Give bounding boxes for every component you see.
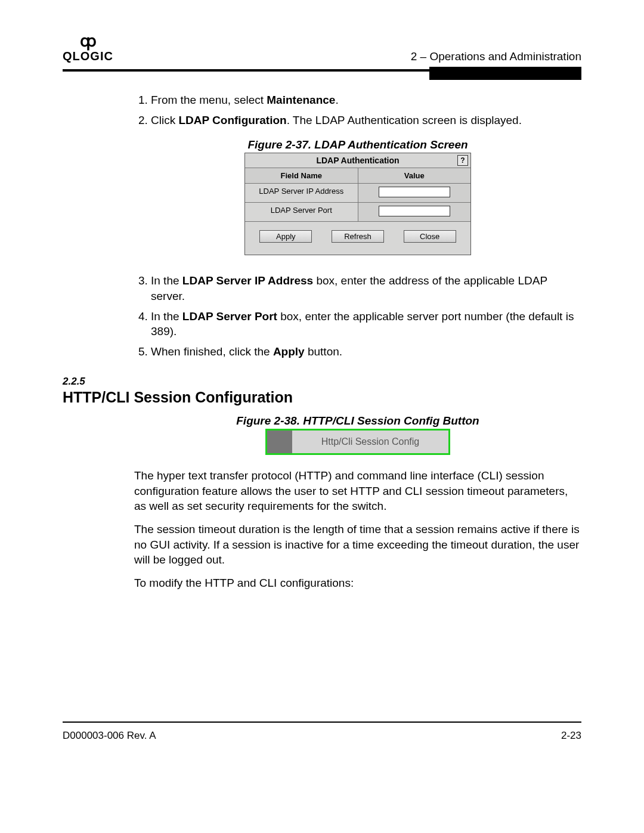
list-item: When finished, click the Apply button. — [151, 344, 581, 360]
paragraph: The session timeout duration is the leng… — [134, 522, 581, 567]
ldap-ip-input[interactable] — [379, 187, 450, 197]
footer-page-number: 2-23 — [561, 730, 581, 742]
ldap-port-input[interactable] — [379, 206, 450, 216]
chapter-marker: 2 – Operations and Administration — [411, 50, 581, 63]
section-number: 2.2.5 — [63, 376, 581, 388]
list-item: In the LDAP Server IP Address box, enter… — [151, 273, 581, 304]
list-item: Click LDAP Configuration. The LDAP Authe… — [151, 113, 581, 128]
footer-doc-id: D000003-006 Rev. A — [63, 730, 156, 742]
apply-button[interactable]: Apply — [259, 230, 312, 243]
section-title: HTTP/CLI Session Configuration — [63, 389, 581, 406]
instruction-list-b: In the LDAP Server IP Address box, enter… — [134, 273, 581, 359]
paragraph: The hyper text transfer protocol (HTTP) … — [134, 468, 581, 513]
button-icon — [267, 431, 292, 453]
logo-text: QLOGIC — [63, 49, 113, 63]
paragraph: To modify the HTTP and CLI configuration… — [134, 575, 581, 590]
button-label: Http/Cli Session Config — [292, 431, 448, 453]
field-label: LDAP Server IP Address — [245, 184, 358, 202]
list-item: From the menu, select Maintenance. — [151, 92, 581, 108]
instruction-list-a: From the menu, select Maintenance. Click… — [134, 92, 581, 128]
body-paragraphs: The hyper text transfer protocol (HTTP) … — [134, 468, 581, 590]
header-accent — [429, 67, 581, 80]
list-item: In the LDAP Server Port box, enter the a… — [151, 309, 581, 339]
logo-mark-icon: ȹ — [80, 33, 95, 49]
dialog-title-bar: LDAP Authentication ? — [245, 153, 470, 168]
dialog-title: LDAP Authentication — [316, 156, 399, 165]
header-rule — [63, 69, 581, 72]
close-button[interactable]: Close — [404, 230, 456, 243]
refresh-button[interactable]: Refresh — [332, 230, 384, 243]
field-label: LDAP Server Port — [245, 203, 358, 221]
column-header-value: Value — [358, 168, 471, 183]
brand-logo: ȹ QLOGIC — [63, 33, 113, 63]
ldap-auth-dialog: LDAP Authentication ? Field Name Value L… — [244, 153, 471, 255]
column-header-field: Field Name — [245, 168, 358, 183]
http-cli-config-button[interactable]: Http/Cli Session Config — [265, 429, 450, 455]
figure-37-caption: Figure 2-37. LDAP Authentication Screen — [134, 138, 581, 151]
figure-38-caption: Figure 2-38. HTTP/CLI Session Config But… — [134, 414, 581, 428]
footer-rule — [63, 721, 581, 723]
help-button[interactable]: ? — [457, 155, 468, 166]
